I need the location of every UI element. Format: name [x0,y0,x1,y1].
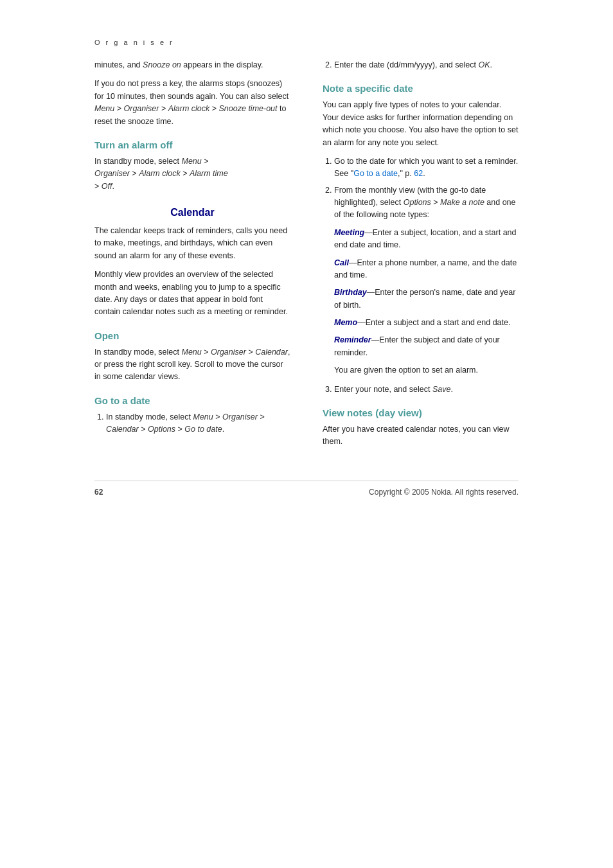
calendar-paragraph-2: Monthly view provides an overview of the… [94,269,290,319]
turn-alarm-off-title: Turn an alarm off [94,139,290,150]
go-to-date-ref-link: Go to a date [353,169,398,178]
alarm-clock-link-2: Alarm clock [139,169,181,178]
memo-desc: —Enter a subject and a start and end dat… [357,318,510,327]
footer-page-number: 62 [94,488,103,497]
call-label: Call [334,258,349,267]
note-specific-date-body: You can apply five types of notes to you… [323,99,519,149]
go-to-date-steps: In standby mode, select Menu > Organiser… [94,411,290,436]
calendar-title: Calendar [94,207,290,218]
calendar-link-1: Calendar [255,348,288,357]
menu-link-2: Menu [182,157,202,166]
memo-label: Memo [334,318,357,327]
organiser-link-1: Organiser [124,104,159,113]
intro-paragraph-2: If you do not press a key, the alarms st… [94,78,290,128]
note-specific-date-steps: Go to the date for which you want to set… [323,155,519,396]
alarm-clock-link-1: Alarm clock [168,104,210,113]
note-type-reminder: Reminder—Enter the subject and date of y… [334,334,519,359]
intro-paragraph-1: minutes, and Snooze on appears in the di… [94,59,290,71]
go-to-date-step2-list: Enter the date (dd/mm/yyyy), and select … [323,59,519,71]
snooze-on-link: Snooze on [143,60,181,69]
organiser-link-4: Organiser [222,412,258,421]
turn-alarm-off-body: In standby mode, select Menu > Organiser… [94,155,290,193]
go-to-date-step-2: Enter the date (dd/mm/yyyy), and select … [334,59,519,71]
open-body: In standby mode, select Menu > Organiser… [94,346,290,384]
make-a-note-link: Make a note [440,198,484,207]
save-link: Save [432,385,451,394]
view-notes-body: After you have created calendar notes, y… [323,423,519,448]
note-type-memo: Memo—Enter a subject and a start and end… [334,317,519,329]
snooze-timeout-link: Snooze time-out [219,104,278,113]
options-link-1: Options [148,425,175,434]
note-step-3: Enter your note, and select Save. [334,384,519,396]
options-link-2: Options [404,198,431,207]
off-link: Off [102,182,112,191]
call-desc: —Enter a phone number, a name, and the d… [334,258,517,279]
ok-link: OK [478,60,490,69]
left-column: minutes, and Snooze on appears in the di… [94,59,297,455]
note-specific-date-title: Note a specific date [323,83,519,94]
menu-link-4: Menu [193,412,213,421]
footer: 62 Copyright © 2005 Nokia. All rights re… [94,481,519,497]
footer-copyright: Copyright © 2005 Nokia. All rights reser… [369,488,519,497]
open-title: Open [94,330,290,341]
meeting-label: Meeting [334,228,364,237]
two-column-layout: minutes, and Snooze on appears in the di… [94,59,519,455]
go-to-date-step-1: In standby mode, select Menu > Organiser… [106,411,290,436]
go-to-date-link: Go to date [184,425,222,434]
right-column: Enter the date (dd/mm/yyyy), and select … [316,59,519,455]
menu-link-1: Menu [94,104,114,113]
organiser-link-2: Organiser [94,169,130,178]
go-to-date-title: Go to a date [94,395,290,406]
note-type-meeting: Meeting—Enter a subject, location, and a… [334,227,519,252]
note-type-call: Call—Enter a phone number, a name, and t… [334,257,519,282]
organiser-link-3: Organiser [211,348,246,357]
note-step-1: Go to the date for which you want to set… [334,155,519,181]
birthday-label: Birthday [334,288,367,297]
note-type-birthday: Birthday—Enter the person's name, date a… [334,287,519,312]
note-step-2: From the monthly view (with the go-to da… [334,184,519,377]
content-area: O r g a n i s e r minutes, and Snooze on… [82,0,531,868]
alarm-time-link: Alarm time [190,169,228,178]
view-notes-title: View notes (day view) [323,407,519,418]
calendar-link-2: Calendar [106,425,139,434]
page-ref-62: 62 [414,169,423,178]
section-header: O r g a n i s e r [94,39,519,46]
calendar-paragraph-1: The calendar keeps track of reminders, c… [94,225,290,262]
menu-link-3: Menu [182,348,202,357]
page: O r g a n i s e r minutes, and Snooze on… [0,0,613,868]
alarm-option-text: You are given the option to set an alarm… [334,364,519,376]
reminder-label: Reminder [334,335,371,344]
